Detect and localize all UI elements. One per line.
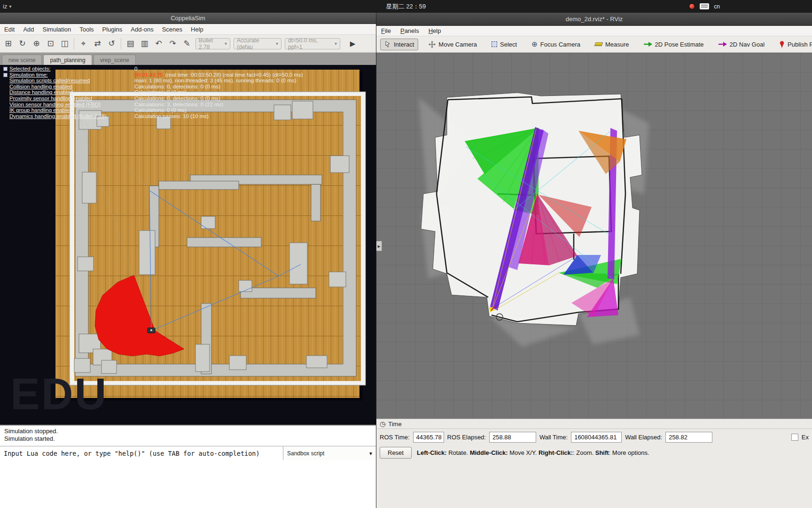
menu-help[interactable]: Help xyxy=(187,26,208,33)
stat-value: (real time: 00:03:50.28) (real time fact… xyxy=(165,72,303,78)
tool-label: Move Camera xyxy=(438,41,477,48)
window-filler xyxy=(376,460,812,508)
camera-pan-button[interactable]: ⊞ xyxy=(1,37,15,50)
camera-view-button[interactable]: ◫ xyxy=(58,37,71,50)
physics-engine-dropdown[interactable]: Bullet 2.78 ▾ xyxy=(195,38,230,49)
camera-zoom-button[interactable]: ⊕ xyxy=(30,37,43,50)
tree-expand-icon[interactable] xyxy=(3,73,8,77)
tab-path-planning[interactable]: path_planning xyxy=(43,55,92,65)
redo-button[interactable]: ↷ xyxy=(166,37,180,50)
script-button[interactable]: ✎ xyxy=(180,37,194,50)
robot[interactable] xyxy=(148,328,155,333)
coppeliasim-window: CoppeliaSim Edit Add Simulation Tools Pl… xyxy=(0,13,376,508)
object-shift-button[interactable]: ⇄ xyxy=(91,37,104,50)
menu-addons[interactable]: Add-ons xyxy=(126,26,157,33)
rviz-3d-view[interactable]: ▸ xyxy=(376,53,812,419)
selection-button[interactable]: ⌖ xyxy=(77,37,90,50)
tool-2d-pose-estimate[interactable]: 2D Pose Estimate xyxy=(640,39,708,50)
stat-label: Collision handling enabled xyxy=(9,84,134,90)
tool-focus-camera[interactable]: ⊕ Focus Camera xyxy=(527,38,585,51)
system-indicators: cn xyxy=(689,3,720,10)
tool-2d-nav-goal[interactable]: 2D Nav Goal xyxy=(714,39,769,50)
menu-tools[interactable]: Tools xyxy=(75,26,98,33)
tool-label: Interact xyxy=(394,41,414,48)
selection-icon: ⌖ xyxy=(81,39,86,48)
tree-expand-icon[interactable] xyxy=(3,67,8,71)
stat-value: Calculations: 3, detections: 0 (22 ms) xyxy=(134,102,223,108)
menu-add[interactable]: Add xyxy=(19,26,38,33)
menu-help[interactable]: Help xyxy=(424,27,446,34)
move-arrows-icon xyxy=(429,41,436,48)
stat-value: Calculations: 0 (0 ms) xyxy=(134,107,187,113)
time-step-dropdown[interactable]: dt=50.0 ms, ppf=1 ▾ xyxy=(285,38,340,49)
transfer-dna-button[interactable]: ▥ xyxy=(138,37,151,50)
tool-select[interactable]: Select xyxy=(487,39,521,50)
assemble-button[interactable]: ▤ xyxy=(124,37,137,50)
time-panel-header[interactable]: ◷ Time xyxy=(376,419,812,429)
tool-publish-point[interactable]: Publish Point xyxy=(775,39,812,50)
rviz-menubar: File Panels Help xyxy=(376,26,812,36)
panel-collapse-handle[interactable]: ▸ xyxy=(376,241,382,251)
status-messages[interactable]: Simulation stopped. Simulation started. xyxy=(0,425,376,446)
tool-measure[interactable]: Measure xyxy=(591,39,633,50)
play-icon: ▶ xyxy=(350,40,356,48)
experimental-checkbox[interactable] xyxy=(791,434,798,441)
keyboard-layout-indicator[interactable]: cn xyxy=(714,3,720,10)
desktop: iz ▾ 星期二 22：59 cn CoppeliaSim Edit Add S… xyxy=(0,0,812,508)
wall-time-field[interactable]: 1608044365.81 xyxy=(571,432,622,443)
chevron-down-icon: ▾ xyxy=(335,41,337,46)
accuracy-dropdown[interactable]: Accurate (defau ▾ xyxy=(234,38,281,49)
camera-rotate-button[interactable]: ↻ xyxy=(16,37,29,50)
undo-button[interactable]: ↶ xyxy=(152,37,165,50)
time-step-value: dt=50.0 ms, ppf=1 xyxy=(288,37,332,50)
script-selector-dropdown[interactable]: Sandbox script ▾ xyxy=(283,446,376,460)
time-panel-title: Time xyxy=(388,421,401,428)
object-rotate-button[interactable]: ↺ xyxy=(105,37,118,50)
tool-label: 2D Nav Goal xyxy=(730,41,765,48)
redo-icon: ↷ xyxy=(169,39,176,48)
tool-interact[interactable]: Interact xyxy=(380,39,418,50)
window-filler xyxy=(0,460,376,508)
stat-value: 0 xyxy=(134,66,137,72)
stat-value: Calculations: 0 (0 ms) xyxy=(134,89,187,95)
wall-elapsed-label: Wall Elapsed: xyxy=(625,434,662,441)
ros-time-field[interactable]: 44365.78 xyxy=(413,432,444,443)
pin-icon xyxy=(779,41,785,48)
stat-label: Proximity sensor handling enabled xyxy=(9,95,134,102)
stat-value: Calculations: 0, detections: 0 (0 ms) xyxy=(134,84,220,90)
reset-button[interactable]: Reset xyxy=(380,447,412,459)
tab-new-scene[interactable]: new scene xyxy=(2,55,42,65)
menu-file[interactable]: File xyxy=(376,27,396,34)
simulation-viewport[interactable]: EDU Selected objects:0 Simulation time:0… xyxy=(0,65,376,425)
menu-plugins[interactable]: Plugins xyxy=(98,26,127,33)
coppeliasim-toolbar: ⊞ ↻ ⊕ ⊡ ◫ ⌖ ⇄ ↺ ▤ ▥ ↶ ↷ ✎ Bullet 2.78 ▾ … xyxy=(0,35,376,53)
record-indicator-icon[interactable] xyxy=(689,3,695,9)
wall-elapsed-field[interactable]: 258.82 xyxy=(665,432,712,443)
menu-edit[interactable]: Edit xyxy=(0,26,19,33)
tool-label: Publish Point xyxy=(788,41,812,48)
menu-panels[interactable]: Panels xyxy=(396,27,424,34)
rviz-scene[interactable] xyxy=(376,53,812,419)
lua-input[interactable]: Input Lua code here, or type "help()" (u… xyxy=(0,446,283,460)
start-simulation-button[interactable]: ▶ xyxy=(346,37,359,50)
physics-engine-value: Bullet 2.78 xyxy=(199,37,222,50)
object-shift-icon: ⇄ xyxy=(94,39,101,48)
tab-vrep-scene[interactable]: vrep_scene xyxy=(94,55,136,65)
menu-scenes[interactable]: Scenes xyxy=(158,26,187,33)
toolbar-separator xyxy=(74,38,74,49)
stat-label: Dynamics handling enabled (Bullet 2.78) xyxy=(9,113,134,119)
stat-label: Selected objects: xyxy=(9,66,134,72)
transfer-dna-icon: ▥ xyxy=(141,39,148,48)
rviz-titlebar[interactable]: demo_2d.rviz* - RViz xyxy=(376,13,812,26)
camera-fit-button[interactable]: ⊡ xyxy=(44,37,57,50)
ros-elapsed-field[interactable]: 258.88 xyxy=(489,432,536,443)
coppeliasim-titlebar[interactable]: CoppeliaSim xyxy=(0,13,376,24)
simulation-stats-overlay: Selected objects:0 Simulation time:00:01… xyxy=(0,66,303,119)
tool-move-camera[interactable]: Move Camera xyxy=(424,39,481,50)
tool-label: 2D Pose Estimate xyxy=(655,41,704,48)
green-arrow-icon xyxy=(644,41,652,47)
clock-icon: ◷ xyxy=(380,420,385,428)
stat-label: Simulation scripts called/resumed xyxy=(9,78,134,84)
scene-tabbar: new scene path_planning vrep_scene xyxy=(0,53,376,65)
menu-simulation[interactable]: Simulation xyxy=(39,26,76,33)
